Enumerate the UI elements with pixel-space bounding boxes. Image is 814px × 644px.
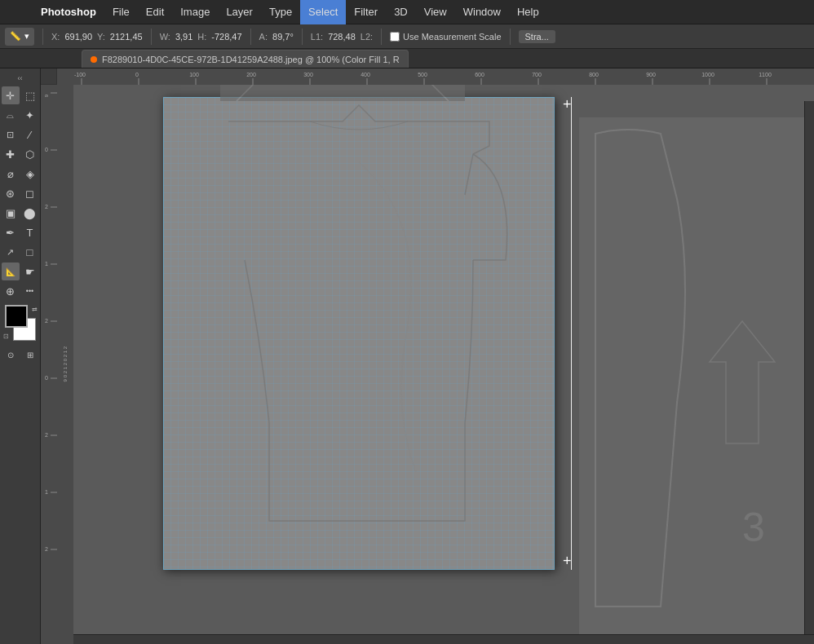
quick-mask-icon: ⊙ [7, 351, 14, 359]
reset-colors-icon[interactable]: ⊡ [3, 333, 9, 340]
foreground-color-swatch[interactable] [5, 305, 28, 328]
pen-icon: ✒ [6, 227, 15, 239]
svg-text:400: 400 [361, 72, 370, 77]
dodge-tool[interactable]: ⬤ [21, 204, 39, 222]
crop-icon: ⊡ [7, 130, 14, 140]
measurement-scale-check[interactable] [390, 32, 400, 42]
menu-photoshop[interactable]: Photoshop [33, 0, 104, 24]
svg-text:2: 2 [45, 318, 48, 324]
document-tab[interactable]: F8289010-4D0C-45CE-972B-1D41259A2488.jpe… [82, 50, 409, 68]
right-piece-svg: 3 [579, 117, 814, 644]
screen-mode-icon: ⊞ [27, 351, 33, 359]
marquee-tool[interactable]: ⬚ [21, 86, 39, 104]
magic-wand-tool[interactable]: ✦ [21, 106, 39, 124]
horizontal-ruler: -100 0 100 200 300 400 500 600 7 [57, 68, 814, 85]
canvas-area: -100 0 100 200 300 400 500 600 7 [41, 68, 814, 644]
path-select-icon: ↗ [7, 247, 14, 258]
swap-colors-icon[interactable]: ⇄ [32, 306, 38, 313]
hand-icon: ☛ [25, 266, 35, 278]
menu-filter[interactable]: Filter [346, 0, 386, 24]
history-brush-icon: ⊛ [6, 187, 15, 200]
history-brush-tool[interactable]: ⊛ [2, 184, 20, 202]
svg-text:-100: -100 [74, 72, 86, 77]
dodge-icon: ⬤ [24, 207, 36, 219]
menu-3d[interactable]: 3D [386, 0, 416, 24]
heal-tool[interactable]: ✚ [2, 145, 20, 163]
zoom-tool[interactable]: ⊕ [2, 282, 20, 300]
brush-icon: ⌀ [7, 168, 14, 180]
toolbar-collapse[interactable]: ‹‹ [11, 72, 29, 85]
top-pattern-piece [220, 85, 465, 101]
menu-type[interactable]: Type [261, 0, 300, 24]
measurement-scale-checkbox[interactable]: Use Measurement Scale [390, 32, 501, 42]
menu-window[interactable]: Window [455, 0, 509, 24]
menu-file[interactable]: File [104, 0, 138, 24]
x-value: 691,90 [64, 32, 92, 42]
svg-text:700: 700 [532, 72, 542, 77]
main-area: ‹‹ ✛ ⬚ ⌓ ✦ ⊡ ∕ [0, 68, 814, 644]
tab-filename: F8289010-4D0C-45CE-972B-1D41259A2488.jpe… [102, 55, 400, 64]
svg-text:0: 0 [135, 72, 139, 77]
color-swatches: ⊡ ⇄ [2, 305, 39, 341]
ruler-dropdown[interactable]: 📏 ▾ [5, 28, 34, 46]
svg-text:900: 900 [646, 72, 656, 77]
path-select-tool[interactable]: ↗ [2, 243, 20, 261]
l1-value: 728,48 [328, 32, 356, 42]
eraser-icon: ◻ [25, 187, 34, 200]
brush-tool[interactable]: ⌀ [2, 165, 20, 183]
ruler-tool[interactable]: 📐 [2, 262, 20, 280]
move-tool[interactable]: ✛ [2, 86, 20, 104]
crop-tool[interactable]: ⊡ [2, 126, 20, 143]
clone-tool[interactable]: ◈ [21, 165, 39, 183]
w-value: 3,91 [175, 32, 192, 42]
screen-mode-tool[interactable]: ⊞ [21, 346, 39, 364]
l1-label: L1: [311, 32, 323, 42]
menubar: Photoshop File Edit Image Layer Type Sel… [0, 0, 814, 24]
measure-crosshair-bottom: + [563, 554, 572, 568]
horizontal-scrollbar[interactable] [73, 634, 814, 644]
menu-view[interactable]: View [416, 0, 455, 24]
measure-crosshair-top: + [563, 97, 572, 112]
svg-text:2: 2 [45, 432, 48, 438]
more-tools[interactable]: ••• [21, 282, 39, 300]
tool-group-10: 📐 ☛ [2, 262, 39, 280]
svg-text:300: 300 [303, 72, 313, 77]
menu-image[interactable]: Image [172, 0, 218, 24]
menu-layer[interactable]: Layer [218, 0, 261, 24]
separator-3 [250, 29, 251, 45]
hand-tool[interactable]: ☛ [21, 262, 39, 280]
ruler-h-svg: -100 0 100 200 300 400 500 600 7 [57, 68, 814, 85]
tab-dot-icon [91, 56, 97, 63]
h-label: H: [197, 32, 206, 42]
separator-5 [381, 29, 382, 45]
lasso-tool[interactable]: ⌓ [2, 106, 20, 124]
tool-group-2: ⌓ ✦ [2, 106, 39, 124]
patch-tool[interactable]: ⬡ [21, 145, 39, 163]
shape-tool[interactable]: □ [21, 243, 39, 261]
w-label: W: [160, 32, 170, 42]
vertical-scrollbar[interactable] [804, 101, 814, 634]
straighten-button[interactable]: Stra... [519, 30, 555, 43]
eraser-tool[interactable]: ◻ [21, 184, 39, 202]
ruler-icon: 📏 [10, 31, 21, 42]
menu-select[interactable]: Select [300, 0, 346, 24]
menu-edit[interactable]: Edit [138, 0, 172, 24]
gradient-tool[interactable]: ▣ [2, 204, 20, 222]
ruler-v-label: 9 0 2 1 2 0 2 1 2 [63, 346, 68, 382]
tool-group-1: ✛ ⬚ [2, 86, 39, 104]
svg-text:500: 500 [418, 72, 427, 77]
svg-text:1100: 1100 [759, 72, 772, 77]
type-tool[interactable]: T [21, 223, 39, 241]
svg-text:3: 3 [742, 505, 765, 550]
svg-rect-0 [57, 68, 814, 85]
svg-text:0: 0 [45, 147, 48, 152]
menu-help[interactable]: Help [509, 0, 547, 24]
photoshop-document[interactable]: + + [163, 97, 555, 570]
quick-mask-tool[interactable]: ⊙ [2, 346, 20, 364]
tool-group-5: ⌀ ◈ [2, 165, 39, 183]
document-canvas[interactable]: + + 3 [57, 85, 814, 644]
toolbar: ‹‹ ✛ ⬚ ⌓ ✦ ⊡ ∕ [0, 68, 41, 644]
eyedropper-tool[interactable]: ∕ [21, 126, 39, 143]
patch-icon: ⬡ [25, 148, 34, 161]
pen-tool[interactable]: ✒ [2, 223, 20, 241]
